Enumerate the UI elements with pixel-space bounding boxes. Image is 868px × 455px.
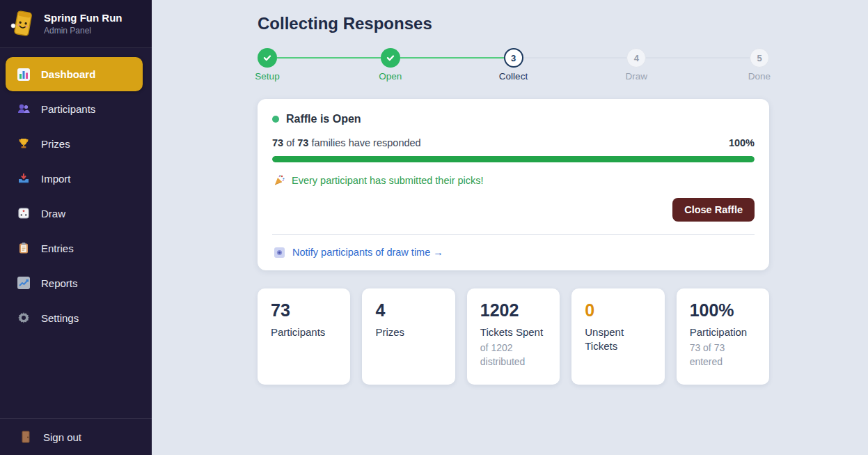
step-label: Done	[748, 71, 771, 82]
notify-link-text: Notify participants of draw time →	[292, 247, 443, 258]
celebration-message: Every participant has submitted their pi…	[272, 174, 755, 186]
step-connector	[646, 57, 750, 59]
sidebar-item-sign-out[interactable]: Sign out	[0, 418, 152, 455]
step-label: Draw	[625, 71, 647, 82]
stat-value: 100%	[690, 300, 756, 321]
stats-row: 73Participants4Prizes1202Tickets Spentof…	[258, 288, 769, 385]
dice-icon	[17, 207, 31, 219]
stat-label: Participants	[271, 325, 337, 339]
progress-bar	[272, 156, 755, 162]
celebration-text: Every participant has submitted their pi…	[292, 175, 484, 186]
trophy-icon	[17, 137, 31, 150]
responded-text: 73 of 73 families have responded	[272, 137, 421, 148]
nav-item-label: Draw	[41, 208, 65, 219]
app-logo-section: Spring Fun Run Admin Panel	[0, 0, 152, 48]
sidebar-item-entries[interactable]: Entries	[0, 231, 152, 265]
card-divider	[272, 234, 755, 235]
sidebar-nav: DashboardParticipantsPrizesImportDrawEnt…	[0, 48, 152, 418]
step-number: 3	[504, 48, 523, 68]
clipboard-icon	[17, 242, 31, 254]
inbox-icon	[17, 172, 31, 185]
progress-percent-label: 100%	[729, 137, 755, 148]
chart-line-icon	[17, 277, 31, 289]
party-popper-icon	[272, 174, 286, 186]
nav-item-label: Prizes	[41, 138, 70, 150]
step-check-icon	[258, 48, 277, 68]
megaphone-icon	[272, 247, 286, 258]
gear-icon	[17, 311, 31, 324]
stat-label: Unspent Tickets	[585, 325, 651, 354]
stat-card-participants: 73Participants	[258, 288, 350, 385]
nav-item-label: Reports	[41, 277, 78, 289]
step-label: Collect	[499, 71, 528, 82]
door-icon	[19, 431, 33, 443]
nav-item-label: Settings	[41, 312, 79, 324]
stat-value: 4	[375, 300, 441, 321]
sidebar-item-prizes[interactable]: Prizes	[0, 126, 152, 161]
stat-label: Prizes	[375, 325, 441, 339]
main-content: Collecting Responses SetupOpen3Collect4D…	[258, 14, 769, 385]
people-icon	[17, 102, 31, 115]
step-label: Setup	[255, 71, 279, 82]
step-connector	[277, 57, 381, 59]
sidebar-item-settings[interactable]: Settings	[0, 300, 152, 335]
stat-sublabel: 73 of 73 entered	[690, 341, 756, 369]
sidebar-item-reports[interactable]: Reports	[0, 265, 152, 300]
main-area: Collecting Responses SetupOpen3Collect4D…	[152, 0, 868, 455]
stat-sublabel: of 1202 distributed	[480, 341, 546, 369]
app-title-block: Spring Fun Run Admin Panel	[44, 12, 122, 36]
step-number: 5	[750, 48, 769, 68]
sidebar-item-draw[interactable]: Draw	[0, 196, 152, 231]
wizard-stepper: SetupOpen3Collect4Draw5Done	[258, 48, 769, 88]
sidebar: Spring Fun Run Admin Panel DashboardPart…	[0, 0, 152, 455]
sidebar-item-dashboard[interactable]: Dashboard	[6, 57, 143, 91]
bar-chart-icon	[17, 68, 31, 81]
step-setup: Setup	[258, 48, 277, 88]
nav-item-label: Import	[41, 173, 71, 185]
sidebar-item-import[interactable]: Import	[0, 161, 152, 196]
stat-label: Tickets Spent	[480, 325, 546, 339]
step-done: 5Done	[750, 48, 769, 88]
notify-participants-link[interactable]: Notify participants of draw time →	[272, 247, 755, 258]
step-number: 4	[626, 48, 646, 68]
nav-item-label: Entries	[41, 242, 74, 254]
stat-card-prizes: 4Prizes	[362, 288, 455, 385]
stat-value: 0	[585, 300, 651, 321]
app-title: Spring Fun Run	[44, 12, 122, 24]
action-row: Close Raffle	[272, 198, 755, 222]
stat-value: 73	[271, 300, 337, 321]
progress-text-row: 73 of 73 families have responded 100%	[272, 137, 755, 148]
step-draw: 4Draw	[626, 48, 646, 88]
sign-out-label: Sign out	[43, 431, 81, 443]
raffle-status-card: Raffle is Open 73 of 73 families have re…	[258, 99, 769, 270]
step-connector	[523, 57, 627, 59]
stat-card-tickets-spent: 1202Tickets Spentof 1202 distributed	[467, 288, 560, 385]
stat-card-participation: 100%Participation73 of 73 entered	[677, 288, 769, 385]
close-raffle-button[interactable]: Close Raffle	[672, 198, 755, 222]
sidebar-item-participants[interactable]: Participants	[0, 91, 152, 126]
stat-card-unspent-tickets: 0Unspent Tickets	[571, 288, 664, 385]
step-connector	[400, 57, 504, 59]
status-row: Raffle is Open	[272, 113, 755, 125]
stat-value: 1202	[480, 300, 546, 321]
step-label: Open	[379, 71, 402, 82]
open-status-dot-icon	[272, 116, 279, 123]
nav-item-label: Participants	[41, 103, 95, 115]
step-collect: 3Collect	[504, 48, 523, 88]
progress-fill	[272, 156, 755, 162]
app-subtitle: Admin Panel	[44, 26, 122, 36]
page-title: Collecting Responses	[258, 14, 769, 33]
status-title: Raffle is Open	[286, 113, 361, 125]
stat-label: Participation	[690, 325, 756, 339]
step-check-icon	[381, 48, 400, 68]
nav-item-label: Dashboard	[41, 68, 95, 80]
ticket-mascot-icon	[10, 9, 36, 38]
step-open: Open	[381, 48, 400, 88]
